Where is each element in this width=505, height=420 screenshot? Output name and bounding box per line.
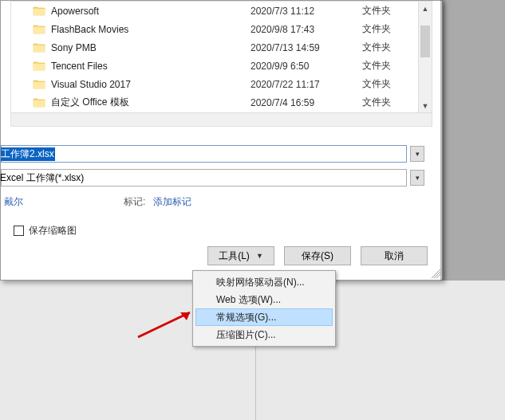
menu-item-map-network-drive[interactable]: 映射网络驱动器(N)... (195, 273, 333, 291)
file-date: 2020/9/8 17:43 (251, 24, 362, 35)
save-as-dialog: Apowersoft2020/7/3 11:12文件夹FlashBack Mov… (0, 0, 443, 281)
file-name: Apowersoft (51, 6, 251, 17)
author-value: 戴尔 (4, 195, 23, 209)
file-date: 2020/7/3 11:12 (251, 6, 362, 17)
cancel-button[interactable]: 取消 (361, 246, 428, 265)
file-date: 2020/7/13 14:59 (251, 42, 362, 53)
tag-value[interactable]: 添加标记 (153, 195, 191, 209)
file-name: Tencent Files (51, 61, 251, 72)
file-date: 2020/9/9 6:50 (251, 61, 362, 72)
filetype-row: Excel 工作簿(*.xlsx) ▾ (1, 168, 424, 187)
folder-icon (32, 22, 46, 37)
tools-button-label: 工具(L) (219, 249, 250, 263)
file-name: 自定义 Office 模板 (51, 96, 251, 109)
file-row[interactable]: Apowersoft2020/7/3 11:12文件夹 (11, 2, 432, 20)
resize-grip[interactable] (429, 267, 440, 278)
file-row[interactable]: Visual Studio 20172020/7/22 11:17文件夹 (11, 75, 432, 93)
file-date: 2020/7/22 11:17 (251, 79, 362, 90)
folder-icon (32, 4, 46, 18)
folder-icon (32, 96, 46, 110)
file-list[interactable]: Apowersoft2020/7/3 11:12文件夹FlashBack Mov… (10, 1, 432, 127)
filename-value: 工作簿2.xlsx (0, 147, 55, 161)
folder-icon (32, 41, 46, 55)
filename-row: 工作簿2.xlsx ▾ (1, 144, 424, 163)
annotation-arrow (134, 301, 206, 341)
file-name: Visual Studio 2017 (51, 79, 251, 90)
cancel-button-label: 取消 (385, 249, 404, 263)
vertical-scrollbar[interactable]: ▲ ▼ (418, 2, 432, 112)
folder-icon (32, 77, 46, 92)
save-thumbnail-label: 保存缩略图 (29, 224, 77, 237)
scroll-up-button[interactable]: ▲ (419, 2, 432, 15)
scroll-down-button[interactable]: ▼ (419, 99, 432, 112)
file-row[interactable]: 自定义 Office 模板2020/7/4 16:59文件夹 (11, 93, 432, 112)
file-row[interactable]: FlashBack Movies2020/9/8 17:43文件夹 (11, 20, 432, 38)
filename-dropdown-button[interactable]: ▾ (410, 146, 424, 162)
tools-dropdown-menu: 映射网络驱动器(N)... Web 选项(W)... 常规选项(G)... 压缩… (192, 270, 336, 347)
file-date: 2020/7/4 16:59 (251, 97, 362, 108)
folder-icon (32, 59, 46, 73)
dialog-shadow (440, 0, 447, 281)
menu-item-general-options[interactable]: 常规选项(G)... (195, 308, 333, 326)
scroll-thumb[interactable] (420, 26, 430, 57)
save-button[interactable]: 保存(S) (284, 246, 351, 265)
tag-label: 标记: (124, 195, 145, 209)
save-thumbnail-checkbox[interactable] (14, 226, 24, 236)
file-row[interactable]: Sony PMB2020/7/13 14:59文件夹 (11, 38, 432, 57)
filename-input[interactable]: 工作簿2.xlsx (1, 145, 407, 163)
file-name: Sony PMB (51, 42, 251, 53)
menu-item-compress-pictures[interactable]: 压缩图片(C)... (195, 326, 333, 343)
metadata-row: 戴尔 标记: 添加标记 (1, 195, 424, 209)
save-button-label: 保存(S) (302, 249, 333, 263)
svg-line-3 (138, 312, 190, 337)
filetype-value: Excel 工作簿(*.xlsx) (0, 171, 84, 185)
save-thumbnail-row: 保存缩略图 (14, 224, 77, 237)
chevron-down-icon: ▼ (256, 252, 263, 260)
tools-button[interactable]: 工具(L) ▼ (207, 246, 274, 265)
filetype-dropdown-button[interactable]: ▾ (410, 170, 424, 186)
filetype-input[interactable]: Excel 工作簿(*.xlsx) (1, 169, 407, 186)
horizontal-scrollbar[interactable] (11, 112, 432, 126)
dialog-buttons: 工具(L) ▼ 保存(S) 取消 (207, 246, 428, 265)
menu-item-web-options[interactable]: Web 选项(W)... (195, 291, 333, 308)
file-row[interactable]: Tencent Files2020/9/9 6:50文件夹 (11, 57, 432, 75)
file-name: FlashBack Movies (51, 24, 251, 35)
